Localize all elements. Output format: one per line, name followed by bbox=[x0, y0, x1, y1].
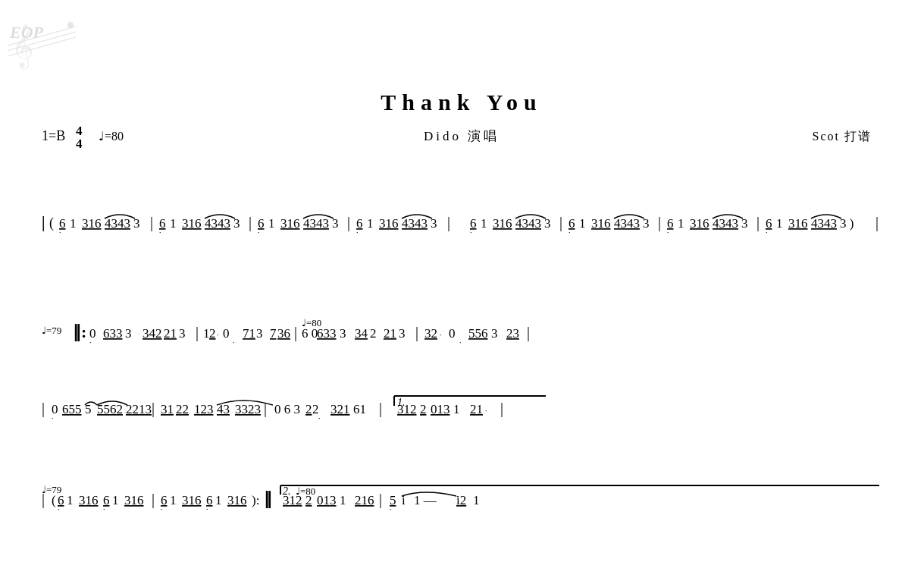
note-group: i2 bbox=[456, 493, 466, 507]
note-group: 4343 bbox=[105, 216, 130, 231]
note-dot: · bbox=[440, 331, 442, 339]
note: 1 bbox=[579, 216, 586, 231]
note: 3 bbox=[179, 326, 186, 341]
note-group: 316 bbox=[379, 216, 399, 231]
note: 3 bbox=[643, 216, 650, 231]
note: 0 bbox=[223, 326, 230, 341]
time-sig-bottom: 4 bbox=[76, 137, 83, 151]
note-group: 21 bbox=[164, 326, 177, 341]
note: 3 bbox=[544, 216, 551, 231]
open-paren-1: ( bbox=[49, 215, 54, 231]
note-group: 123 bbox=[194, 402, 214, 416]
note: 2 bbox=[305, 402, 312, 416]
note-group: 71 bbox=[243, 326, 255, 341]
note: ): bbox=[252, 493, 259, 507]
note-dot: · bbox=[206, 505, 208, 514]
svg-text:EOP: EOP bbox=[9, 23, 44, 42]
note: 1 bbox=[67, 493, 74, 507]
note-group: 316 bbox=[82, 216, 102, 231]
note-group: 34 bbox=[355, 326, 368, 341]
repeat-start: ‖: bbox=[73, 322, 86, 341]
bar-line: | bbox=[264, 400, 267, 417]
note-dot: · bbox=[485, 407, 487, 415]
bar-line: | bbox=[196, 324, 199, 341]
note: 7 bbox=[270, 326, 277, 341]
note: 0 bbox=[449, 326, 456, 341]
bar-line: | bbox=[756, 214, 760, 231]
note-group: 013 bbox=[431, 402, 450, 416]
note-group: 321 bbox=[330, 402, 350, 416]
note-group: 216 bbox=[355, 493, 374, 507]
note-group: 4343 bbox=[811, 216, 837, 231]
note: 2 bbox=[420, 402, 427, 416]
note-group: 316 bbox=[493, 216, 512, 231]
note-dot: · bbox=[766, 228, 768, 237]
note-group: 316 bbox=[280, 216, 300, 231]
performer-text: Dido 演唱 bbox=[424, 129, 500, 143]
note-dot: · bbox=[390, 505, 392, 514]
note: 2 bbox=[305, 493, 312, 507]
note-group: 36 bbox=[277, 326, 290, 341]
note: 6 0 bbox=[302, 326, 318, 341]
bar-line: | bbox=[658, 214, 661, 231]
note: 2 bbox=[370, 326, 377, 341]
note-group: 633 bbox=[103, 326, 123, 341]
arranger-text: Scot 打谱 bbox=[813, 130, 872, 143]
note: 1 bbox=[340, 493, 346, 507]
note-group: 32 bbox=[424, 326, 437, 341]
note-dot: · bbox=[159, 228, 161, 237]
note: 1 bbox=[215, 493, 222, 507]
note: 1 bbox=[70, 216, 77, 231]
bar-line: | bbox=[42, 491, 45, 508]
note: 61 bbox=[353, 402, 366, 416]
note: 3 bbox=[125, 326, 132, 341]
bar-line: | bbox=[379, 491, 382, 508]
bar-line: | bbox=[527, 324, 530, 341]
note: 1 bbox=[367, 216, 374, 231]
bar-line: | bbox=[150, 214, 153, 231]
note-group: 316 bbox=[182, 216, 202, 231]
note-group: 22 bbox=[176, 402, 189, 416]
note-dot: · bbox=[217, 331, 219, 339]
note-group: 633 bbox=[317, 326, 337, 341]
note: 1 bbox=[170, 493, 177, 507]
note-group: 4343 bbox=[402, 216, 428, 231]
bar-line: | bbox=[347, 214, 350, 231]
note-dot: · bbox=[470, 228, 472, 237]
note-group: 4343 bbox=[515, 216, 541, 231]
note-dot: · bbox=[59, 228, 61, 237]
note: 3 bbox=[233, 216, 240, 231]
bar-line: | bbox=[559, 214, 562, 231]
bar-line: | bbox=[152, 491, 155, 508]
note: 3 bbox=[491, 326, 498, 341]
bar-line: | bbox=[875, 214, 879, 231]
bar-line: | bbox=[294, 324, 297, 341]
bar-line: | bbox=[152, 400, 155, 417]
note: 1 bbox=[776, 216, 783, 231]
note-dot: · bbox=[58, 505, 60, 514]
svg-point-5 bbox=[67, 22, 74, 28]
note-group: 2213 bbox=[126, 402, 152, 416]
note-dot: · bbox=[233, 338, 235, 347]
note-dot: · bbox=[318, 414, 321, 423]
note: 3 bbox=[741, 216, 748, 231]
note: 3 bbox=[340, 326, 346, 341]
note-group: 556 bbox=[468, 326, 488, 341]
bar-line: | bbox=[42, 214, 45, 231]
note: 3 ) bbox=[840, 216, 854, 231]
note: 3 bbox=[399, 326, 406, 341]
tempo-79-1: ♩=79 bbox=[42, 325, 61, 336]
note: 1 bbox=[268, 216, 275, 231]
note: 1 bbox=[473, 493, 480, 507]
note: 1 bbox=[678, 216, 684, 231]
note-group: 23 bbox=[506, 326, 519, 341]
key-sig: 1=B bbox=[42, 128, 65, 143]
note-group: 5562 bbox=[97, 402, 123, 416]
note: ( bbox=[52, 493, 56, 507]
note: 1 bbox=[481, 216, 487, 231]
note-group: 4343 bbox=[713, 216, 738, 231]
sheet-music: Thank You Dido 演唱 Scot 打谱 1=B 4 4 ♩=80 |… bbox=[0, 0, 924, 578]
note-dot: · bbox=[161, 505, 163, 514]
bar-line: | bbox=[42, 400, 45, 417]
repeat-end: ‖ bbox=[264, 489, 272, 508]
